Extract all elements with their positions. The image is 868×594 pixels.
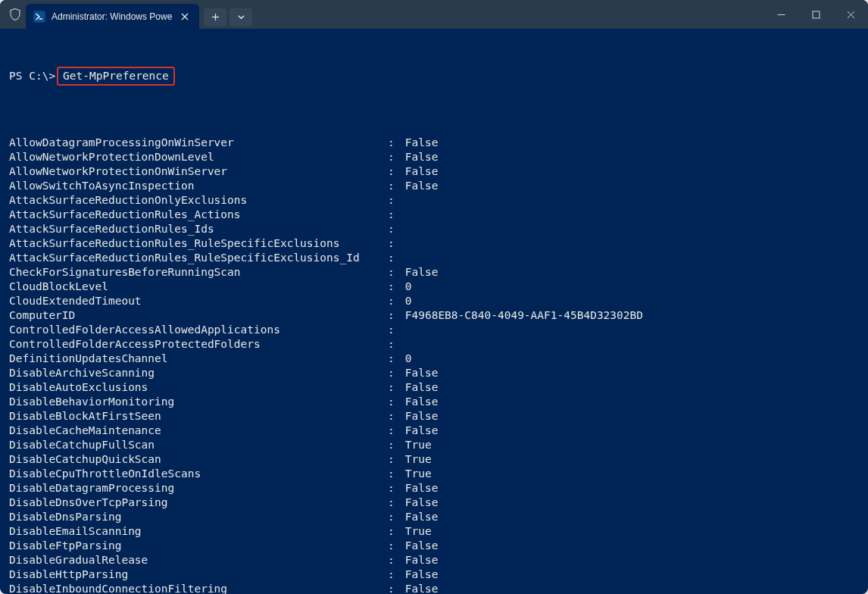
titlebar[interactable]: Administrator: Windows Powe [0, 0, 868, 29]
property-value: False [398, 510, 438, 524]
property-name: DisableDnsParsing [9, 510, 388, 524]
property-value: True [398, 438, 432, 452]
property-value: F4968EB8-C840-4049-AAF1-45B4D32302BD [398, 308, 643, 323]
colon-separator: : [388, 136, 398, 150]
colon-separator: : [388, 294, 398, 308]
output-row: AttackSurfaceReductionRules_Ids: [9, 222, 859, 236]
property-name: AttackSurfaceReductionOnlyExclusions [9, 193, 388, 208]
property-value: True [398, 524, 432, 539]
tab-close-button[interactable] [178, 10, 192, 23]
property-name: DisableCacheMaintenance [9, 424, 388, 438]
output-row: DisableBehaviorMonitoring: False [9, 395, 859, 409]
colon-separator: : [388, 193, 398, 208]
colon-separator: : [388, 208, 398, 222]
close-button[interactable] [833, 0, 868, 29]
colon-separator: : [388, 337, 398, 352]
property-name: DisableArchiveScanning [9, 366, 388, 380]
colon-separator: : [388, 510, 398, 524]
colon-separator: : [388, 366, 398, 380]
output-row: AttackSurfaceReductionRules_RuleSpecific… [9, 236, 859, 251]
property-name: ComputerID [9, 308, 388, 323]
svg-rect-7 [813, 11, 820, 18]
output-rows: AllowDatagramProcessingOnWinServer: Fals… [9, 136, 859, 594]
colon-separator: : [388, 352, 398, 366]
colon-separator: : [388, 150, 398, 164]
new-tab-button[interactable] [204, 8, 226, 27]
colon-separator: : [388, 236, 398, 251]
tab-title: Administrator: Windows Powe [52, 11, 172, 22]
property-name: CheckForSignaturesBeforeRunningScan [9, 265, 388, 280]
output-row: ControlledFolderAccessProtectedFolders: [9, 337, 859, 352]
property-value: False [398, 395, 438, 409]
property-value: False [398, 567, 438, 582]
prompt-prefix: PS C:\> [9, 69, 55, 83]
output-row: CloudBlockLevel: 0 [9, 280, 859, 294]
output-row: DisableHttpParsing: False [9, 567, 859, 582]
colon-separator: : [388, 323, 398, 337]
output-row: AttackSurfaceReductionRules_Actions: [9, 208, 859, 222]
property-name: DisableCpuThrottleOnIdleScans [9, 467, 388, 481]
colon-separator: : [388, 452, 398, 467]
property-value: True [398, 467, 432, 481]
output-row: AttackSurfaceReductionOnlyExclusions: [9, 193, 859, 208]
app-window: Administrator: Windows Powe [0, 0, 868, 594]
property-name: DisableDnsOverTcpParsing [9, 496, 388, 510]
property-value: True [398, 452, 432, 467]
property-name: ControlledFolderAccessProtectedFolders [9, 337, 388, 352]
colon-separator: : [388, 539, 398, 553]
property-value: False [398, 136, 438, 150]
output-row: AllowNetworkProtectionOnWinServer: False [9, 164, 859, 179]
property-value: 0 [398, 280, 411, 294]
shield-icon [5, 0, 26, 29]
property-value: False [398, 424, 438, 438]
output-row: DisableDnsParsing: False [9, 510, 859, 524]
output-row: AttackSurfaceReductionRules_RuleSpecific… [9, 251, 859, 265]
output-row: AllowDatagramProcessingOnWinServer: Fals… [9, 136, 859, 150]
property-value: 0 [398, 352, 411, 366]
property-name: AttackSurfaceReductionRules_RuleSpecific… [9, 236, 388, 251]
prompt-line: PS C:\> Get-MpPreference [9, 67, 859, 86]
output-row: CheckForSignaturesBeforeRunningScan: Fal… [9, 265, 859, 280]
property-name: DisableAutoExclusions [9, 380, 388, 395]
minimize-button[interactable] [763, 0, 798, 29]
output-row: DisableArchiveScanning: False [9, 366, 859, 380]
terminal-area[interactable]: PS C:\> Get-MpPreference AllowDatagramPr… [0, 29, 868, 594]
output-row: DisableAutoExclusions: False [9, 380, 859, 395]
output-row: DisableCatchupQuickScan: True [9, 452, 859, 467]
property-value: False [398, 265, 438, 280]
property-name: DisableCatchupFullScan [9, 438, 388, 452]
powershell-icon [33, 11, 45, 23]
property-value: False [398, 553, 438, 567]
property-name: CloudBlockLevel [9, 280, 388, 294]
colon-separator: : [388, 567, 398, 582]
output-row: DisableFtpParsing: False [9, 539, 859, 553]
colon-separator: : [388, 524, 398, 539]
command-highlight: Get-MpPreference [57, 67, 175, 86]
colon-separator: : [388, 424, 398, 438]
output-row: AllowNetworkProtectionDownLevel: False [9, 150, 859, 164]
property-name: AllowNetworkProtectionDownLevel [9, 150, 388, 164]
property-value: False [398, 164, 438, 179]
property-name: AttackSurfaceReductionRules_RuleSpecific… [9, 251, 388, 265]
tab-dropdown-button[interactable] [229, 8, 252, 27]
colon-separator: : [388, 438, 398, 452]
tab-active[interactable]: Administrator: Windows Powe [26, 4, 199, 29]
maximize-button[interactable] [798, 0, 833, 29]
output-row: CloudExtendedTimeout: 0 [9, 294, 859, 308]
output-row: DisableGradualRelease: False [9, 553, 859, 567]
output-row: DisableEmailScanning: True [9, 524, 859, 539]
property-value: False [398, 539, 438, 553]
property-name: DefinitionUpdatesChannel [9, 352, 388, 366]
property-name: DisableEmailScanning [9, 524, 388, 539]
property-value: False [398, 481, 438, 496]
colon-separator: : [388, 164, 398, 179]
property-value: False [398, 380, 438, 395]
property-name: DisableCatchupQuickScan [9, 452, 388, 467]
colon-separator: : [388, 481, 398, 496]
property-value: False [398, 366, 438, 380]
property-name: ControlledFolderAccessAllowedApplication… [9, 323, 388, 337]
output-row: AllowSwitchToAsyncInspection: False [9, 179, 859, 193]
colon-separator: : [388, 380, 398, 395]
property-name: DisableInboundConnectionFiltering [9, 582, 388, 594]
property-name: AttackSurfaceReductionRules_Actions [9, 208, 388, 222]
